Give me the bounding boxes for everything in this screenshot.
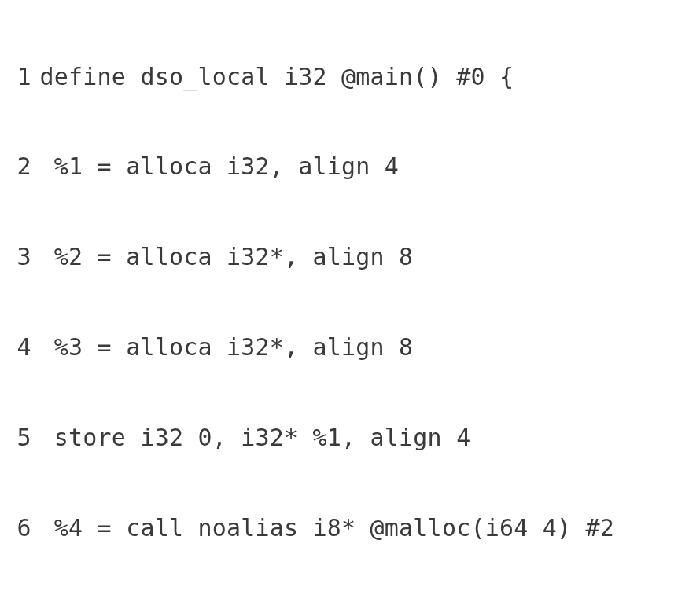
line-number: 1: [0, 62, 40, 92]
line-number: 5: [0, 423, 40, 453]
llvm-ir-listing: 1define dso_local i32 @main() #0 { 2 %1 …: [0, 0, 700, 606]
line-source: %3 = alloca i32*, align 8: [40, 332, 414, 362]
line-source: store i32 0, i32* %1, align 4: [40, 423, 471, 453]
code-line: 1define dso_local i32 @main() #0 {: [0, 62, 700, 92]
line-number: 4: [0, 332, 40, 362]
code-line: 3 %2 = alloca i32*, align 8: [0, 242, 700, 272]
code-line: 4 %3 = alloca i32*, align 8: [0, 332, 700, 362]
line-source: %1 = alloca i32, align 4: [40, 152, 400, 182]
code-line: 5 store i32 0, i32* %1, align 4: [0, 423, 700, 453]
code-line: 6 %4 = call noalias i8* @malloc(i64 4) #…: [0, 513, 700, 543]
line-number: 2: [0, 152, 40, 182]
line-number: 6: [0, 513, 40, 543]
code-line: 2 %1 = alloca i32, align 4: [0, 152, 700, 182]
line-source: %2 = alloca i32*, align 8: [40, 242, 414, 272]
line-source: %4 = call noalias i8* @malloc(i64 4) #2: [40, 513, 614, 543]
line-source: define dso_local i32 @main() #0 {: [40, 62, 514, 92]
line-number: 3: [0, 242, 40, 272]
